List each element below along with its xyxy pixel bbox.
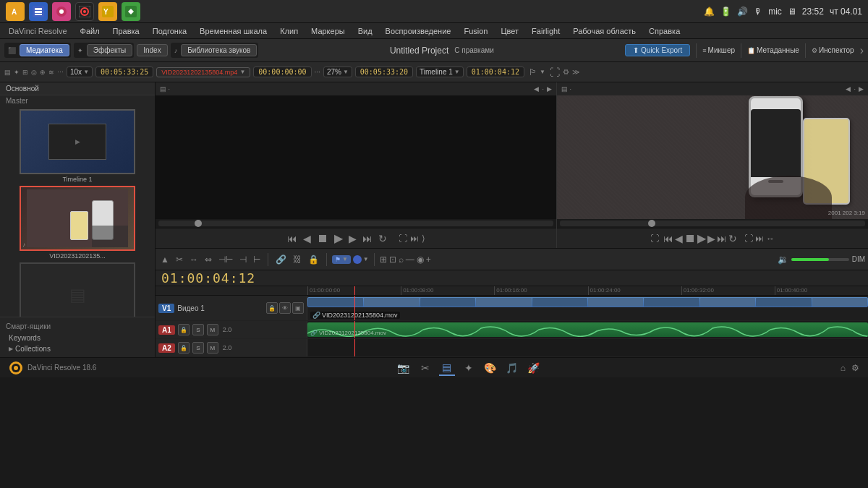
- source-skip-icon[interactable]: ⏭: [410, 234, 419, 244]
- wave-icon[interactable]: ◉: [417, 254, 424, 265]
- track-color-v1[interactable]: ▣: [292, 302, 304, 314]
- flag-color-btn[interactable]: ⚑ ▼: [332, 255, 351, 264]
- track-lock-v1[interactable]: 🔒: [266, 302, 278, 314]
- tab-index[interactable]: Index: [137, 44, 167, 56]
- toolbar2-icon3[interactable]: ⊞: [22, 69, 28, 76]
- metadata-btn[interactable]: 📋 Метаданные: [747, 46, 799, 54]
- expand-icon[interactable]: ›: [860, 44, 864, 57]
- inspector-btn[interactable]: ⚙ Инспектор: [812, 46, 854, 54]
- mixer-btn[interactable]: ≡ Микшер: [702, 46, 735, 54]
- source-prev-icon[interactable]: ◀: [534, 85, 539, 93]
- app-icon-2[interactable]: [29, 2, 48, 21]
- tab-effects[interactable]: Эффекты: [87, 44, 132, 56]
- source-go-start-icon[interactable]: ⏮: [287, 233, 297, 244]
- app-icon-1[interactable]: A: [6, 2, 25, 21]
- blade-tool-icon[interactable]: ✂: [174, 253, 185, 266]
- prog-play-icon[interactable]: ▶: [697, 231, 706, 245]
- prog-loop-icon[interactable]: ↻: [728, 233, 737, 244]
- position-timecode[interactable]: 00:00:00:00: [253, 67, 311, 77]
- fullscreen-icon[interactable]: ⛶: [550, 67, 560, 78]
- clip-name-display[interactable]: VID20231202135804.mp4 ▼: [156, 67, 250, 77]
- track-eye-a2[interactable]: S: [192, 342, 204, 354]
- track-eye-a1[interactable]: S: [192, 324, 204, 335]
- quick-export-button[interactable]: ⬆ Quick Export: [625, 44, 690, 56]
- prog-prev-icon[interactable]: ◀: [846, 85, 851, 93]
- prog-prev-frame-btn[interactable]: ◀: [675, 233, 683, 244]
- source-scrubber[interactable]: [158, 221, 553, 226]
- source-loop-icon[interactable]: ↻: [378, 233, 387, 244]
- track-content-a1[interactable]: 🔗 VID20231202135804.mov: [307, 321, 868, 338]
- module-cut-icon[interactable]: ✂: [417, 360, 433, 376]
- source-stop-icon[interactable]: ⏹: [317, 232, 328, 245]
- menu-file[interactable]: Файл: [75, 25, 106, 37]
- source-prev-frame-icon[interactable]: ◀: [303, 233, 311, 244]
- menu-playback[interactable]: Воспроизведение: [380, 25, 457, 37]
- menu-timeline[interactable]: Временная шкала: [194, 25, 273, 37]
- track-lock-a1[interactable]: 🔒: [178, 324, 190, 335]
- settings-icon[interactable]: ⚙: [563, 68, 569, 76]
- menu-workspace[interactable]: Рабочая область: [567, 25, 642, 37]
- source-mark-icon[interactable]: ⟩: [422, 234, 425, 244]
- slip-tool-icon[interactable]: ↔: [187, 253, 200, 266]
- lock-icon[interactable]: 🔒: [306, 253, 321, 266]
- roll-tool-icon[interactable]: ⊣: [237, 253, 249, 266]
- snap-icon[interactable]: ⊞: [380, 254, 387, 265]
- program-timecode[interactable]: 00:05:33:20: [355, 67, 413, 77]
- module-edit-icon[interactable]: ▤: [439, 360, 455, 376]
- module-deliver-icon[interactable]: 🚀: [526, 360, 542, 376]
- more-options-icon[interactable]: ≫: [572, 68, 579, 76]
- module-fusion-icon[interactable]: ✦: [461, 360, 477, 376]
- menu-fairlight[interactable]: Fairlight: [526, 25, 566, 37]
- plus-icon[interactable]: +: [426, 254, 431, 265]
- link-unlink-icon[interactable]: 🔗: [273, 253, 289, 266]
- prog-next-frame-btn[interactable]: ▶: [707, 233, 715, 244]
- menu-markers[interactable]: Маркеры: [305, 25, 351, 37]
- track-content-v1[interactable]: 🔗 VID20231202135804.mov: [307, 296, 868, 320]
- prog-go-end-icon[interactable]: ⏭: [717, 233, 727, 244]
- statusbar-home-icon[interactable]: ⌂: [841, 363, 846, 373]
- color-dot-blue[interactable]: [353, 255, 362, 264]
- menu-fusion[interactable]: Fusion: [458, 25, 493, 37]
- track-content-a2[interactable]: [307, 339, 868, 356]
- clip-timecode[interactable]: 00:05:33:25: [95, 67, 153, 77]
- toolbar2-icon2[interactable]: ✦: [14, 69, 20, 76]
- track-mute-a2[interactable]: M: [207, 342, 218, 354]
- program-scrub-thumb[interactable]: [648, 220, 655, 227]
- menu-edit[interactable]: Правка: [107, 25, 145, 37]
- toolbar2-icon7[interactable]: ⋯: [57, 69, 64, 76]
- volume-slider[interactable]: [791, 258, 849, 261]
- prog-fullscreen2-icon[interactable]: ⛶: [744, 234, 753, 244]
- zoom-level[interactable]: 10x ▼: [67, 67, 93, 77]
- source-play-icon[interactable]: ▶: [334, 231, 343, 245]
- prog-expand-icon[interactable]: ↔: [766, 234, 775, 244]
- select-tool-icon[interactable]: ▲: [158, 253, 171, 266]
- track-mute-a1[interactable]: M: [207, 324, 218, 335]
- chain-icon[interactable]: ⛓: [291, 253, 304, 266]
- menu-view[interactable]: Вид: [352, 25, 378, 37]
- module-media-icon[interactable]: 📷: [396, 360, 412, 376]
- app-icon-6[interactable]: [122, 2, 140, 21]
- zoom-expand-icon[interactable]: ⌕: [399, 254, 404, 265]
- program-scrubber[interactable]: [560, 221, 865, 226]
- ripple-tool-icon[interactable]: ⊣⊢: [216, 253, 235, 266]
- tab-sound[interactable]: Библиотека звуков: [181, 44, 257, 56]
- razor-tool-icon[interactable]: ⊢: [251, 253, 263, 266]
- menu-clip[interactable]: Клип: [274, 25, 304, 37]
- toolbar2-icon4[interactable]: ◎: [31, 69, 37, 76]
- zoom-fit-icon[interactable]: ⊡: [389, 254, 396, 265]
- timeline-timecode-display[interactable]: 01:00:04:12: [467, 67, 524, 77]
- source-fullscreen-icon[interactable]: ⛶: [399, 234, 407, 244]
- prog-stop-icon[interactable]: ⏹: [684, 232, 696, 245]
- sidebar-item-collections[interactable]: ▶ Collections: [6, 343, 149, 354]
- menu-trim[interactable]: Подгонка: [147, 25, 192, 37]
- module-audio-icon[interactable]: 🎵: [504, 360, 520, 376]
- list-item[interactable]: ▤ VID20231202135...: [3, 262, 152, 317]
- slide-tool-icon[interactable]: ⇔: [203, 253, 214, 266]
- track-eye-v1[interactable]: 👁: [279, 302, 291, 314]
- prog-flag-icon[interactable]: ⛶: [650, 234, 659, 244]
- list-item[interactable]: ♪ VID20231202135...: [3, 186, 152, 260]
- list-item[interactable]: ▶ Timeline 1: [3, 109, 152, 183]
- app-icon-4[interactable]: [75, 2, 94, 21]
- minus-icon[interactable]: —: [406, 254, 414, 265]
- toolbar2-icon5[interactable]: ⊕: [40, 69, 46, 76]
